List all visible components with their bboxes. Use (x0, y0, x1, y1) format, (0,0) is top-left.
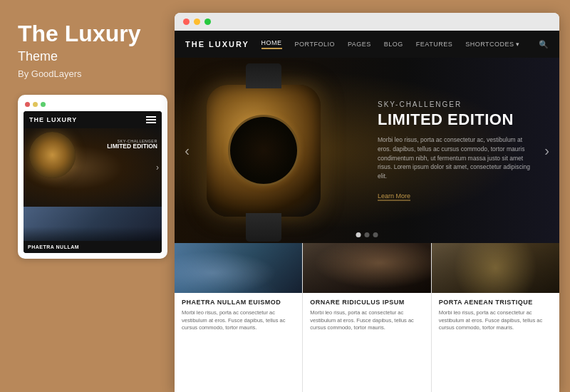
browser-dot-green[interactable] (204, 19, 211, 25)
mobile-hero-title: LIMITED EDITION (107, 143, 157, 150)
mobile-nav: THE LUXURY (24, 111, 162, 128)
hero-label: SKY-CHALLENGER (378, 100, 534, 108)
card-1: PHAETRA NULLAM EUISMOD Morbi leo risus, … (175, 243, 303, 392)
mobile-watch-image (29, 132, 76, 178)
hero-pagination (356, 232, 378, 237)
mobile-screen: THE LUXURY SKY-CHALLENGER LIMITED EDITIO… (24, 111, 162, 253)
card-3-body: PORTA AENEAN TRISTIQUE Morbi leo risus, … (432, 293, 559, 392)
cards-section: PHAETRA NULLAM EUISMOD Morbi leo risus, … (175, 243, 559, 392)
nav-items: HOME PORTFOLIO PAGES BLOG FEATURES SHORT… (261, 39, 549, 49)
hero-text: SKY-CHALLENGER LIMITED EDITION Morbi leo… (378, 100, 534, 201)
watch-strap-top (246, 63, 281, 88)
nav-item-features[interactable]: FEATURES (416, 41, 452, 48)
sidebar: The Luxury Theme By GoodLayers THE LUXUR… (0, 0, 175, 392)
nav-item-shortcodes[interactable]: SHORTCODES ▾ (465, 41, 520, 48)
card-2: ORNARE RIDICULUS IPSUM Morbi leo risus, … (303, 243, 431, 392)
nav-item-pages[interactable]: PAGES (348, 41, 371, 48)
mobile-hero-text: SKY-CHALLENGER LIMITED EDITION (107, 139, 157, 150)
mobile-next-arrow[interactable]: › (156, 163, 159, 172)
mobile-dot-green (41, 102, 46, 107)
hero-prev-button[interactable]: ‹ (178, 143, 196, 159)
watch-body (207, 85, 321, 217)
mobile-hero-background: SKY-CHALLENGER LIMITED EDITION › (24, 128, 162, 207)
hero-section: ‹ › SKY-CHALLENGER LIMITED EDITION Morbi… (175, 58, 559, 243)
watch-strap-bottom (246, 213, 281, 242)
card-1-body: PHAETRA NULLAM EUISMOD Morbi leo risus, … (175, 293, 302, 392)
watch-display (196, 65, 331, 236)
nav-item-blog[interactable]: BLOG (384, 41, 403, 48)
card-3-image (432, 243, 559, 293)
hamburger-icon[interactable] (146, 116, 156, 123)
browser-dot-yellow[interactable] (194, 19, 200, 25)
mobile-mockup: THE LUXURY SKY-CHALLENGER LIMITED EDITIO… (18, 95, 167, 259)
card-3-title: PORTA AENEAN TRISTIQUE (439, 299, 552, 306)
nav-item-portfolio[interactable]: PORTFOLIO (295, 41, 335, 48)
watch-face (228, 115, 299, 186)
nav-item-home[interactable]: HOME (261, 39, 282, 49)
card-1-image (175, 243, 302, 293)
hero-next-button[interactable]: › (538, 143, 556, 159)
theme-author: By GoodLayers (18, 68, 160, 79)
card-1-text: Morbi leo risus, porta ac consectetur ac… (182, 309, 295, 332)
theme-title: The Luxury (18, 21, 160, 46)
theme-subtitle: Theme (18, 49, 160, 64)
card-3-text: Morbi leo risus, porta ac consectetur ac… (439, 309, 552, 332)
card-2-image (303, 243, 430, 293)
browser-mockup: THE LUXURY HOME PORTFOLIO PAGES BLOG FEA… (175, 13, 559, 392)
search-icon[interactable]: 🔍 (539, 40, 549, 49)
hero-pag-dot-2[interactable] (365, 232, 370, 237)
mobile-hero: SKY-CHALLENGER LIMITED EDITION › (24, 128, 162, 207)
mobile-card-image (24, 207, 162, 241)
mobile-site-logo: THE LUXURY (29, 116, 77, 123)
card-2-title: ORNARE RIDICULUS IPSUM (310, 299, 423, 306)
hero-learn-more-link[interactable]: Learn More (378, 192, 410, 200)
mobile-titlebar-dots (24, 102, 162, 107)
site-logo: THE LUXURY (185, 40, 249, 48)
hero-pag-dot-3[interactable] (373, 232, 378, 237)
hero-title: LIMITED EDITION (378, 111, 534, 128)
mobile-dot-red (25, 102, 30, 107)
card-3: PORTA AENEAN TRISTIQUE Morbi leo risus, … (432, 243, 559, 392)
card-2-body: ORNARE RIDICULUS IPSUM Morbi leo risus, … (303, 293, 430, 392)
browser-dot-red[interactable] (183, 19, 190, 25)
browser-titlebar (175, 13, 559, 31)
mobile-card-footer: PHAETRA NULLAM (24, 241, 162, 253)
card-1-title: PHAETRA NULLAM EUISMOD (182, 299, 295, 306)
mobile-card-title: PHAETRA NULLAM (28, 244, 157, 249)
mobile-dot-yellow (33, 102, 38, 107)
card-2-text: Morbi leo risus, porta ac consectetur ac… (310, 309, 423, 332)
browser-content: THE LUXURY HOME PORTFOLIO PAGES BLOG FEA… (175, 31, 559, 392)
hero-pag-dot-1[interactable] (356, 232, 361, 237)
site-nav: THE LUXURY HOME PORTFOLIO PAGES BLOG FEA… (175, 31, 559, 58)
hero-description: Morbi leo risus, porta ac consectetur ac… (378, 135, 534, 181)
